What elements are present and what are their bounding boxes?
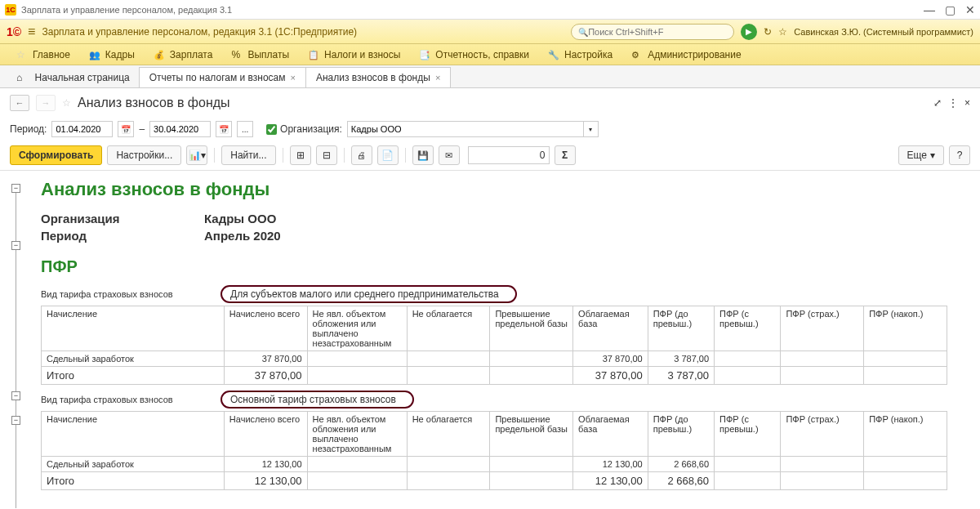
search-input[interactable] bbox=[588, 27, 727, 37]
col-header: Превышение предельной базы bbox=[490, 412, 573, 457]
home-icon bbox=[16, 72, 22, 83]
col-header: Начислено всего bbox=[224, 306, 307, 351]
col-header: ПФР (с превыш.) bbox=[715, 306, 781, 351]
print-button[interactable] bbox=[351, 145, 372, 165]
report-params: Период: 📅 – 📅 ... Организация: ▾ bbox=[0, 118, 980, 141]
close-icon[interactable]: × bbox=[435, 73, 440, 83]
date-separator: – bbox=[139, 123, 145, 135]
col-header: Не явл. объектом обложения или выплачено… bbox=[307, 412, 407, 457]
current-user[interactable]: Савинская З.Ю. (Системный программист) bbox=[794, 27, 973, 37]
col-header: Не облагается bbox=[407, 306, 490, 351]
table-row[interactable]: Сдельный заработок 12 130,00 12 130,00 2… bbox=[42, 457, 947, 472]
hamburger-icon[interactable] bbox=[28, 25, 35, 39]
gear-icon bbox=[631, 49, 643, 60]
outline-toggle[interactable]: − bbox=[11, 416, 20, 425]
col-header: ПФР (с превыш.) bbox=[715, 412, 781, 457]
outline-toggle[interactable]: − bbox=[11, 391, 20, 400]
col-header: ПФР (страх.) bbox=[781, 306, 864, 351]
collapse-groups-button[interactable] bbox=[316, 145, 337, 165]
section-pfr: ПФР bbox=[41, 257, 964, 276]
close-icon[interactable]: × bbox=[291, 73, 296, 83]
org-label: Организация bbox=[41, 212, 204, 225]
menu-nastroika[interactable]: Настройка bbox=[540, 46, 621, 64]
window-title: Зарплата и управление персоналом, редакц… bbox=[21, 5, 924, 15]
page-title: Анализ взносов в фонды bbox=[78, 96, 230, 110]
nav-forward-button[interactable]: → bbox=[36, 95, 56, 111]
page-menu-icon[interactable] bbox=[948, 97, 958, 109]
people-icon bbox=[89, 49, 100, 60]
tab-bar: Начальная страница Отчеты по налогам и в… bbox=[0, 65, 980, 88]
org-dropdown-icon[interactable]: ▾ bbox=[584, 121, 599, 137]
favorite-icon[interactable]: ☆ bbox=[778, 26, 787, 38]
app-logo-icon: 1C bbox=[5, 4, 16, 16]
minimize-button[interactable]: — bbox=[924, 3, 935, 16]
menu-otchet[interactable]: Отчетность, справки bbox=[411, 46, 537, 64]
tab-reports[interactable]: Отчеты по налогам и взносам× bbox=[139, 67, 306, 87]
settings-button[interactable]: Настройки... bbox=[107, 145, 181, 165]
print-preview-button[interactable]: 📄 bbox=[377, 145, 399, 165]
menu-kadry[interactable]: Кадры bbox=[81, 46, 143, 64]
col-header: Начисление bbox=[42, 306, 225, 351]
star-icon bbox=[16, 49, 28, 60]
find-button[interactable]: Найти... bbox=[221, 145, 275, 165]
variants-button[interactable]: 📊▾ bbox=[186, 145, 207, 165]
close-page-icon[interactable]: × bbox=[964, 97, 970, 109]
table-row[interactable]: Сдельный заработок 37 870,00 37 870,00 3… bbox=[42, 351, 947, 367]
menu-admin[interactable]: Администрирование bbox=[623, 46, 749, 64]
run-button[interactable]: ▶ bbox=[741, 24, 757, 40]
section-menu: Главное Кадры Зарплата Выплаты Налоги и … bbox=[0, 44, 980, 65]
menu-nalogi[interactable]: Налоги и взносы bbox=[300, 46, 408, 64]
table-total-row: Итого 37 870,00 37 870,00 3 787,00 bbox=[42, 367, 947, 385]
org-filter[interactable]: Организация: bbox=[266, 123, 342, 135]
close-window-button[interactable]: ✕ bbox=[965, 3, 975, 16]
open-new-window-icon[interactable] bbox=[933, 97, 942, 109]
outline-toggle[interactable]: − bbox=[11, 241, 20, 250]
calendar-from-icon[interactable]: 📅 bbox=[118, 121, 134, 137]
help-button[interactable]: ? bbox=[949, 145, 970, 165]
save-button[interactable] bbox=[412, 145, 434, 165]
org-value: Кадры ООО bbox=[204, 212, 276, 225]
report-icon bbox=[419, 49, 430, 60]
col-header: ПФР (накоп.) bbox=[864, 306, 947, 351]
date-from-input[interactable] bbox=[51, 121, 113, 137]
main-bar: 1© Зарплата и управление персоналом, ред… bbox=[0, 20, 980, 44]
report-title: Анализ взносов в фонды bbox=[41, 179, 964, 200]
more-button[interactable]: Еще ▾ bbox=[898, 145, 944, 165]
table-total-row: Итого 12 130,00 12 130,00 2 668,60 bbox=[42, 472, 947, 490]
history-icon[interactable]: ↻ bbox=[764, 26, 772, 38]
tab-home[interactable]: Начальная страница bbox=[7, 68, 140, 87]
period-value: Апрель 2020 bbox=[204, 229, 281, 243]
col-header: Облагаемая база bbox=[573, 412, 648, 457]
tax-icon bbox=[308, 49, 319, 60]
expand-groups-button[interactable] bbox=[290, 145, 311, 165]
col-header: Не облагается bbox=[407, 412, 490, 457]
nav-back-button[interactable]: ← bbox=[10, 95, 29, 111]
col-header: Не явл. объектом обложения или выплачено… bbox=[307, 306, 407, 351]
org-checkbox[interactable] bbox=[266, 124, 277, 135]
form-button[interactable]: Сформировать bbox=[10, 145, 102, 165]
sum-button[interactable] bbox=[555, 145, 576, 165]
menu-main[interactable]: Главное bbox=[8, 46, 78, 64]
maximize-button[interactable]: ▢ bbox=[945, 3, 956, 16]
col-header: ПФР (накоп.) bbox=[864, 412, 947, 457]
calendar-to-icon[interactable]: 📅 bbox=[216, 121, 232, 137]
wrench-icon bbox=[548, 49, 559, 60]
menu-zarplata[interactable]: Зарплата bbox=[145, 46, 221, 64]
logo-1c-icon: 1© bbox=[7, 25, 21, 38]
menu-vyplaty[interactable]: Выплаты bbox=[223, 46, 297, 64]
title-bar: 1C Зарплата и управление персоналом, ред… bbox=[0, 0, 980, 20]
period-label: Период: bbox=[10, 123, 47, 135]
global-search[interactable] bbox=[571, 24, 734, 40]
favorite-page-icon[interactable] bbox=[62, 97, 71, 109]
report-body: − − − − Анализ взносов в фонды Организац… bbox=[0, 171, 980, 508]
send-button[interactable] bbox=[439, 145, 460, 165]
tab-analysis[interactable]: Анализ взносов в фонды× bbox=[305, 67, 451, 87]
date-to-input[interactable] bbox=[149, 121, 211, 137]
tariff-label: Вид тарифа страховых взносов bbox=[41, 395, 220, 404]
outline-toggle[interactable]: − bbox=[11, 184, 20, 193]
col-header: ПФР (до превыш.) bbox=[648, 306, 714, 351]
outline-gutter: − − − − bbox=[8, 179, 33, 508]
period-picker-button[interactable]: ... bbox=[237, 121, 253, 137]
tariff-value-highlighted: Основной тариф страховых взносов bbox=[220, 391, 414, 409]
org-input[interactable] bbox=[347, 121, 584, 137]
